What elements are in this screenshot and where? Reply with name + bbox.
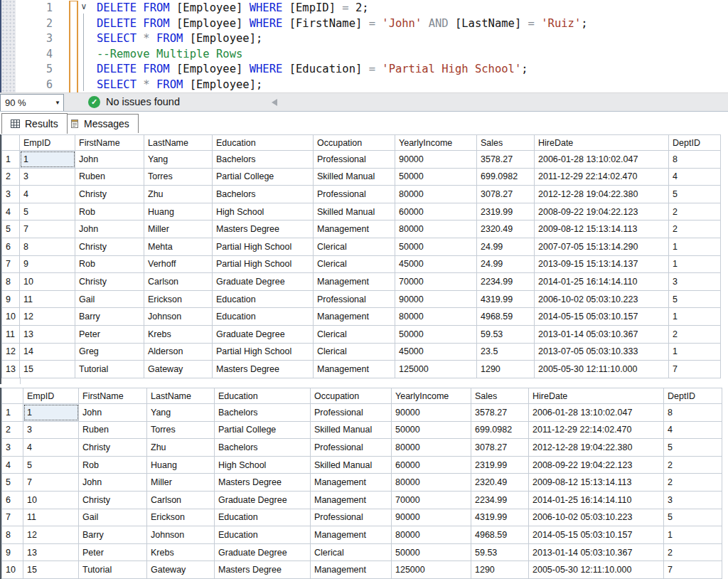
column-header[interactable]: Sales	[471, 388, 529, 404]
grid-cell[interactable]: Management	[311, 491, 392, 509]
row-header[interactable]: 11	[2, 325, 20, 343]
grid-cell[interactable]: 50000	[395, 238, 477, 255]
grid-cell[interactable]: 2234.99	[471, 491, 529, 509]
grid-cell[interactable]: 1	[669, 238, 721, 255]
grid-cell[interactable]: 2	[664, 543, 722, 561]
grid-cell[interactable]: John	[75, 151, 144, 169]
row-header[interactable]: 3	[2, 439, 23, 457]
grid-cell[interactable]: 80000	[392, 439, 471, 457]
code-editor[interactable]: 123456 ∨ DELETE FROM [Employee] WHERE [E…	[0, 0, 728, 92]
grid-cell[interactable]: 3578.27	[477, 151, 535, 169]
row-header[interactable]: 8	[2, 526, 23, 544]
grid-cell[interactable]: Bachelors	[213, 186, 314, 203]
grid-cell[interactable]: Johnson	[147, 526, 215, 544]
row-header[interactable]: 1	[2, 404, 23, 422]
grid-cell[interactable]: 50000	[392, 421, 471, 439]
grid-cell[interactable]: Johnson	[144, 308, 213, 326]
grid-cell[interactable]: 23.5	[477, 343, 535, 361]
grid-cell[interactable]: Torres	[144, 168, 213, 186]
grid-cell[interactable]: 80000	[395, 221, 477, 238]
grid-cell[interactable]: 4	[20, 186, 75, 203]
grid-cell[interactable]: 3578.27	[471, 404, 529, 422]
grid-cell[interactable]: 4968.59	[471, 526, 529, 544]
grid-cell[interactable]: Skilled Manual	[311, 421, 392, 439]
grid-cell[interactable]: 5	[20, 203, 75, 221]
grid-cell[interactable]: 80000	[395, 186, 477, 203]
grid-cell[interactable]: Professional	[314, 186, 395, 203]
code-line[interactable]: DELETE FROM [Employee] WHERE [Education]…	[97, 62, 588, 78]
grid-cell[interactable]: 8	[669, 151, 721, 169]
code-line[interactable]: --Remove Multiple Rows	[97, 47, 588, 63]
grid-cell[interactable]: 2008-09-22 19:04:22.123	[529, 456, 664, 474]
line-number[interactable]: 3	[16, 31, 53, 47]
grid-cell[interactable]: 2319.99	[477, 203, 535, 221]
row-header[interactable]: 8	[2, 273, 20, 291]
column-header[interactable]: YearlyIncome	[392, 388, 471, 404]
grid-cell[interactable]: 15	[20, 361, 75, 378]
grid-cell[interactable]: Rob	[75, 203, 144, 221]
grid-cell[interactable]: 1290	[471, 561, 529, 579]
grid-cell[interactable]: 5	[669, 290, 721, 308]
grid-cell[interactable]: 2006-01-28 13:10:02.047	[529, 404, 664, 422]
grid-cell[interactable]: 45000	[395, 255, 477, 273]
grid-cell[interactable]: Professional	[314, 151, 395, 169]
grid-cell[interactable]: 1	[669, 308, 721, 326]
grid-cell[interactable]: Barry	[75, 308, 144, 326]
select-all-corner[interactable]	[2, 388, 23, 404]
grid-cell[interactable]: 45000	[395, 343, 477, 361]
grid-cell[interactable]: Skilled Manual	[314, 168, 395, 186]
grid-cell[interactable]: 70000	[395, 273, 477, 291]
grid-cell[interactable]: 12	[23, 526, 79, 544]
row-header[interactable]: 5	[2, 474, 23, 492]
grid-cell[interactable]: 2014-05-15 05:03:10.157	[535, 308, 669, 326]
grid-cell[interactable]: Partial High School	[213, 255, 314, 273]
grid-cell[interactable]: Gateway	[147, 561, 215, 579]
breakpoint-gutter[interactable]	[1, 0, 16, 92]
grid-cell[interactable]: Bachelors	[215, 439, 311, 457]
grid-cell[interactable]: 10	[20, 273, 75, 291]
grid-cell[interactable]: 11	[20, 290, 75, 308]
grid-cell[interactable]: 3	[23, 421, 79, 439]
grid-cell[interactable]: 2	[669, 203, 721, 221]
grid-cell[interactable]: Huang	[147, 456, 215, 474]
column-header[interactable]: DeptID	[664, 388, 722, 404]
zoom-selector[interactable]: 90 % ▼	[0, 94, 64, 112]
grid-cell[interactable]: Skilled Manual	[311, 456, 392, 474]
grid-cell[interactable]: Graduate Degree	[213, 325, 314, 343]
grid-cell[interactable]: 5	[664, 509, 722, 526]
tab-results[interactable]: Results	[1, 113, 68, 134]
row-header[interactable]: 6	[2, 491, 23, 509]
grid-cell[interactable]: 2007-07-05 15:13:14.290	[535, 238, 669, 255]
column-header[interactable]: Occupation	[314, 135, 395, 151]
grid-cell[interactable]: Partial High School	[213, 343, 314, 361]
grid-cell[interactable]: Ruben	[79, 421, 147, 439]
row-header[interactable]: 1	[2, 151, 20, 169]
grid-cell[interactable]: 1	[20, 151, 75, 169]
grid-cell[interactable]: 2234.99	[477, 273, 535, 291]
grid-cell[interactable]: Christy	[75, 238, 144, 255]
grid-cell[interactable]: John	[75, 221, 144, 238]
grid-cell[interactable]: Christy	[75, 273, 144, 291]
grid-cell[interactable]: Masters Degree	[213, 361, 314, 378]
grid-cell[interactable]: 7	[669, 361, 721, 378]
row-header[interactable]: 10	[2, 308, 20, 326]
row-header[interactable]: 13	[2, 361, 20, 378]
chevron-down-icon[interactable]: ▼	[52, 100, 63, 106]
grid-cell[interactable]: 4	[664, 421, 722, 439]
grid-cell[interactable]: 4319.99	[471, 509, 529, 526]
grid-cell[interactable]: 2005-05-30 12:11:10.000	[535, 361, 669, 378]
fold-collapse-icon[interactable]: ∨	[78, 1, 90, 13]
column-header[interactable]: DeptID	[669, 135, 721, 151]
grid-cell[interactable]: 59.53	[477, 325, 535, 343]
grid-cell[interactable]: Zhu	[147, 439, 215, 457]
column-header[interactable]: Education	[215, 388, 311, 404]
grid-cell[interactable]: 2	[669, 325, 721, 343]
grid-cell[interactable]: Bachelors	[213, 151, 314, 169]
grid-cell[interactable]: Tutorial	[79, 561, 147, 579]
grid-cell[interactable]: Graduate Degree	[215, 491, 311, 509]
line-number[interactable]: 5	[16, 62, 53, 78]
grid-cell[interactable]: Professional	[311, 439, 392, 457]
grid-cell[interactable]: 2013-07-05 05:03:10.333	[535, 343, 669, 361]
grid-cell[interactable]: Partial High School	[213, 238, 314, 255]
row-header[interactable]: 4	[2, 203, 20, 221]
